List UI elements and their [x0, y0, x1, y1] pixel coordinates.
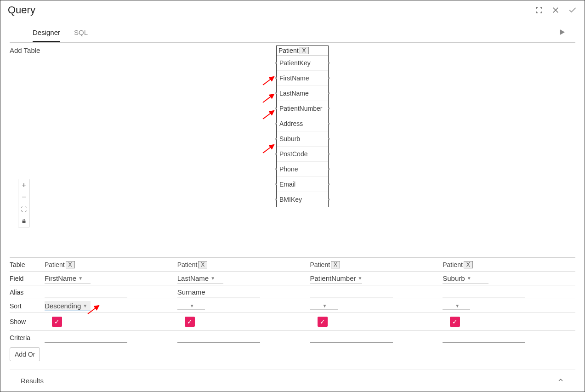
- design-canvas[interactable]: Add Table Patient X PatientKeyFirstNameL…: [10, 43, 575, 257]
- sort-select-2[interactable]: ▼: [310, 302, 338, 310]
- entity-field-bmikey[interactable]: BMIKey: [277, 192, 328, 207]
- entity-field-postcode[interactable]: PostCode: [277, 147, 328, 162]
- chevron-down-icon: ▼: [467, 276, 471, 281]
- svg-line-3: [263, 111, 274, 119]
- label-field: Field: [10, 273, 45, 284]
- alias-input-2[interactable]: [310, 287, 393, 297]
- label-criteria: Criteria: [10, 332, 45, 343]
- remove-col-2[interactable]: X: [331, 261, 340, 268]
- entity-field-lastname[interactable]: LastName: [277, 86, 328, 101]
- svg-line-4: [263, 145, 274, 153]
- chevron-down-icon: ▼: [455, 303, 460, 308]
- criteria-input-3[interactable]: [443, 333, 525, 343]
- remove-col-0[interactable]: X: [66, 261, 75, 268]
- svg-line-1: [263, 77, 274, 85]
- entity-field-firstname[interactable]: FirstName: [277, 71, 328, 86]
- remove-col-1[interactable]: X: [198, 261, 207, 268]
- tab-sql[interactable]: SQL: [74, 23, 88, 42]
- entity-field-suburb[interactable]: Suburb: [277, 131, 328, 147]
- alias-input-1[interactable]: [177, 287, 260, 297]
- add-or-button[interactable]: Add Or: [10, 347, 40, 361]
- table-chip-3: PatientX: [443, 261, 473, 268]
- dialog-title: Query: [8, 4, 35, 16]
- confirm-icon[interactable]: [568, 6, 577, 15]
- zoom-fit-button[interactable]: [18, 203, 29, 215]
- alias-input-0[interactable]: [45, 287, 127, 297]
- entity-field-phone[interactable]: Phone: [277, 162, 328, 177]
- table-chip-0: PatientX: [45, 261, 75, 268]
- entity-field-email[interactable]: Email: [277, 177, 328, 192]
- zoom-out-button[interactable]: −: [18, 191, 29, 203]
- pointer-annotation-suburb: [262, 143, 276, 154]
- sort-select-3[interactable]: ▼: [443, 302, 470, 310]
- remove-col-3[interactable]: X: [464, 261, 473, 268]
- label-alias: Alias: [10, 287, 45, 298]
- pointer-annotation-firstname: [262, 75, 276, 86]
- fullscreen-icon[interactable]: [535, 6, 543, 14]
- chevron-down-icon: ▼: [83, 303, 87, 308]
- sort-select-1[interactable]: ▼: [177, 302, 205, 310]
- field-select-1[interactable]: LastName▼: [177, 273, 223, 284]
- zoom-in-button[interactable]: +: [18, 179, 29, 191]
- show-checkbox-2[interactable]: ✓: [318, 317, 328, 327]
- show-checkbox-3[interactable]: ✓: [450, 317, 460, 327]
- entity-patient[interactable]: Patient X PatientKeyFirstNameLastNamePat…: [276, 45, 329, 207]
- close-icon[interactable]: [551, 6, 560, 14]
- alias-input-3[interactable]: [443, 287, 525, 297]
- table-chip-1: PatientX: [177, 261, 208, 268]
- chevron-down-icon: ▼: [190, 303, 194, 308]
- chevron-down-icon: ▼: [358, 276, 363, 281]
- tab-designer[interactable]: Designer: [33, 23, 60, 42]
- table-chip-2: PatientX: [310, 261, 341, 268]
- zoom-lock-button[interactable]: [18, 215, 29, 227]
- svg-line-2: [263, 94, 274, 102]
- field-select-2[interactable]: PatientNumber▼: [310, 273, 363, 284]
- titlebar: Query: [0, 0, 585, 20]
- svg-rect-0: [23, 221, 26, 223]
- show-checkbox-0[interactable]: ✓: [52, 317, 62, 327]
- sort-select-0[interactable]: Descending▼: [45, 301, 91, 311]
- add-table-label[interactable]: Add Table: [10, 46, 40, 54]
- field-select-3[interactable]: Suburb▼: [443, 273, 488, 284]
- show-checkbox-1[interactable]: ✓: [185, 317, 195, 327]
- entity-field-address[interactable]: Address: [277, 116, 328, 131]
- results-panel-header[interactable]: Results: [10, 369, 575, 392]
- entity-field-patientnumber[interactable]: PatientNumber: [277, 101, 328, 116]
- pointer-annotation-lastname: [262, 92, 276, 103]
- chevron-down-icon: ▼: [210, 276, 215, 281]
- run-query-button[interactable]: [558, 28, 575, 38]
- criteria-input-2[interactable]: [310, 333, 393, 343]
- chevron-down-icon: ▼: [323, 303, 327, 308]
- tab-bar: Designer SQL: [10, 23, 88, 42]
- zoom-toolbar: + −: [18, 179, 30, 227]
- criteria-input-1[interactable]: [177, 333, 260, 343]
- pointer-annotation-patientnumber: [262, 109, 276, 120]
- entity-remove-button[interactable]: X: [300, 47, 309, 54]
- criteria-input-0[interactable]: [45, 333, 127, 343]
- entity-field-patientkey[interactable]: PatientKey: [277, 56, 328, 71]
- field-select-0[interactable]: FirstName▼: [45, 273, 91, 284]
- label-show: Show: [10, 316, 45, 327]
- label-sort: Sort: [10, 301, 45, 312]
- entity-name: Patient: [278, 47, 299, 54]
- chevron-down-icon: ▼: [78, 276, 83, 281]
- chevron-up-icon: [557, 376, 564, 385]
- criteria-grid: Table PatientX PatientX PatientX Patient…: [10, 257, 575, 361]
- label-table: Table: [10, 259, 45, 270]
- results-label: Results: [21, 377, 44, 385]
